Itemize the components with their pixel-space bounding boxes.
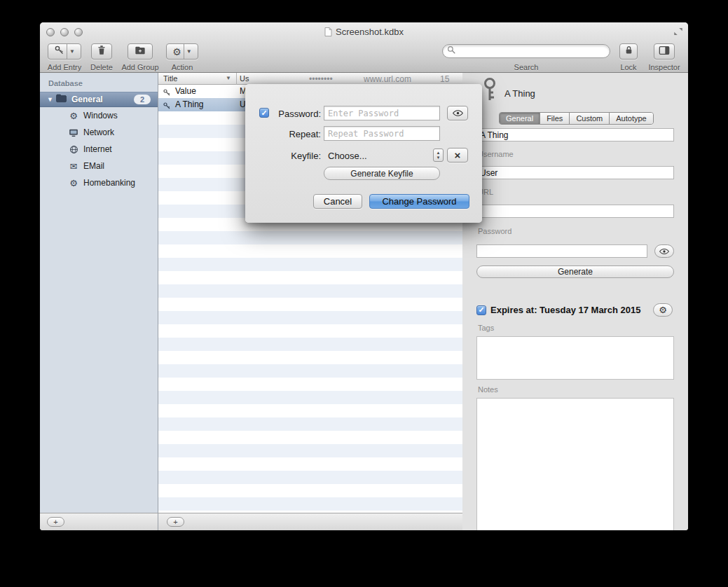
add-group-plus-button[interactable]: +: [47, 517, 64, 527]
inspector-entry-title: A Thing: [504, 88, 535, 99]
sidebar-item-email[interactable]: ✉ EMail: [40, 158, 158, 174]
show-password-button[interactable]: [654, 244, 674, 258]
close-x-icon: ×: [455, 150, 461, 160]
chevron-down-icon: ▼: [186, 48, 192, 55]
folder-icon: [55, 93, 67, 106]
add-entry-label: Add Entry: [43, 63, 86, 71]
sidebar-item-label: Homebanking: [83, 178, 135, 188]
url-field[interactable]: [476, 205, 674, 218]
trash-icon: [97, 45, 107, 58]
window-title: Screenshot.kdbx: [40, 27, 688, 39]
eye-icon: [659, 245, 669, 258]
action-label: Action: [161, 63, 203, 71]
sidebar-item-label: Internet: [83, 144, 112, 154]
expires-row: ✓ Expires at: Tuesday 17 March 2015: [476, 305, 640, 315]
search-input[interactable]: [456, 46, 596, 56]
sidebar-item-network[interactable]: Network: [40, 124, 158, 141]
inspector-toggle-button[interactable]: [654, 43, 675, 60]
expires-settings-button[interactable]: ⚙: [653, 303, 673, 317]
column-header-title[interactable]: Title: [163, 74, 177, 83]
notes-label: Notes: [478, 385, 498, 394]
change-password-button[interactable]: Change Password: [369, 194, 469, 209]
button-divider: [184, 44, 184, 59]
tab-autotype[interactable]: Autotype: [610, 113, 652, 124]
column-divider[interactable]: [236, 73, 237, 85]
sidebar-item-internet[interactable]: Internet: [40, 141, 158, 158]
add-group-label: Add Group: [117, 63, 163, 71]
tab-general[interactable]: General: [500, 113, 540, 124]
change-password-dialog: ✓ Password: Repeat: Keyfile: Choose... ▲…: [245, 84, 482, 223]
fullscreen-button[interactable]: [673, 27, 684, 36]
popup-stepper-icon[interactable]: ▲▼: [433, 149, 444, 162]
delete-label: Delete: [81, 63, 123, 71]
add-entry-button[interactable]: ▼: [48, 43, 81, 60]
faded-url-cell: www.url.com: [364, 74, 411, 84]
faded-modified-cell: 15: [440, 74, 449, 84]
title-field[interactable]: [476, 128, 674, 141]
dialog-password-input[interactable]: [324, 106, 440, 120]
sidebar-item-general[interactable]: ▼ General 2: [40, 92, 158, 107]
delete-button[interactable]: [91, 43, 112, 60]
entry-count-badge: 2: [134, 95, 151, 104]
entry-list-header[interactable]: Title ▼ Us •••••••• www.url.com 15: [158, 73, 463, 85]
password-field[interactable]: [476, 244, 647, 258]
gear-icon: ⚙: [68, 111, 79, 121]
button-divider: [67, 44, 67, 59]
checkmark-icon: ✓: [478, 306, 484, 314]
monitor-icon: [68, 128, 79, 137]
sort-indicator-icon: ▼: [226, 75, 231, 81]
entry-list-bottom-bar: +: [158, 513, 462, 530]
sidebar-group-label: General: [71, 95, 134, 104]
expires-label: Expires at: Tuesday 17 March 2015: [490, 305, 640, 315]
key-icon: [54, 45, 64, 58]
inspector-panel: A Thing General Files Custom Autotype Us…: [462, 73, 688, 530]
document-icon: [324, 27, 332, 39]
sidebar-bottom-bar: +: [40, 513, 158, 530]
tab-files[interactable]: Files: [540, 113, 570, 124]
globe-icon: [68, 145, 79, 154]
key-icon: [481, 77, 499, 105]
keyfile-popup-button[interactable]: Choose...: [328, 151, 367, 161]
dialog-repeat-input[interactable]: [324, 126, 440, 141]
notes-input[interactable]: [476, 398, 674, 530]
dialog-keyfile-label: Keyfile:: [261, 151, 321, 161]
gear-icon: ⚙: [68, 178, 79, 188]
disclosure-triangle-icon[interactable]: ▼: [47, 96, 55, 103]
dialog-repeat-label: Repeat:: [261, 129, 321, 139]
gear-icon: ⚙: [659, 305, 667, 315]
add-group-button[interactable]: [128, 43, 153, 60]
sidebar-item-windows[interactable]: ⚙ Windows: [40, 107, 158, 124]
dialog-show-password-button[interactable]: [447, 106, 468, 120]
generate-password-button[interactable]: Generate: [476, 265, 674, 278]
entry-title-cell: A Thing: [175, 99, 203, 109]
chevron-down-icon: ▼: [69, 48, 75, 55]
tab-custom[interactable]: Custom: [570, 113, 610, 124]
sidebar: Database ▼ General 2 ⚙ Windows Network: [40, 73, 158, 513]
action-button[interactable]: ⚙ ▼: [166, 43, 198, 60]
search-icon: [447, 45, 456, 57]
key-icon: [163, 100, 171, 113]
envelope-icon: ✉: [68, 161, 79, 172]
clear-keyfile-button[interactable]: ×: [447, 148, 468, 163]
search-field[interactable]: [442, 44, 610, 58]
tags-input[interactable]: [476, 336, 674, 380]
sidebar-item-homebanking[interactable]: ⚙ Homebanking: [40, 174, 158, 191]
sidebar-item-label: Windows: [83, 111, 118, 120]
generate-keyfile-button[interactable]: Generate Keyfile: [324, 167, 440, 180]
inspector-tabbar: General Files Custom Autotype: [499, 112, 654, 125]
username-label: Username: [478, 150, 514, 158]
username-field[interactable]: [476, 166, 674, 179]
faded-password-cell: ••••••••: [309, 74, 333, 84]
cancel-button[interactable]: Cancel: [313, 194, 362, 209]
add-entry-plus-button[interactable]: +: [167, 517, 184, 527]
column-header-username[interactable]: Us: [240, 74, 249, 83]
app-window: Screenshot.kdbx ▼: [40, 22, 688, 530]
expires-checkbox[interactable]: ✓: [476, 305, 486, 315]
lock-button[interactable]: [619, 43, 638, 60]
window-chrome: Screenshot.kdbx ▼: [40, 22, 688, 73]
inspector-panel-icon: [659, 46, 670, 58]
eye-icon: [453, 107, 463, 120]
tags-label: Tags: [478, 324, 494, 332]
window-title-text: Screenshot.kdbx: [336, 27, 404, 37]
sidebar-item-label: Network: [83, 127, 114, 137]
